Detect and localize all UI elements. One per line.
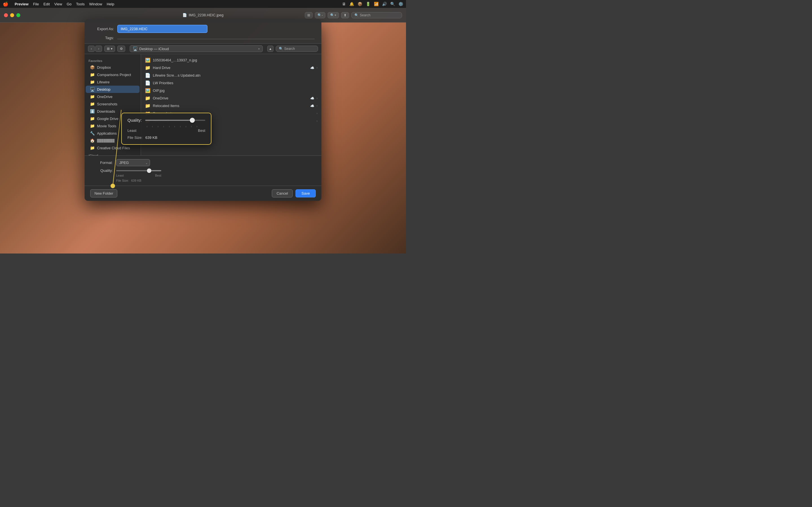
quality-row: Quality: [90, 168, 316, 173]
chevron-sketchup-icon: › [317, 119, 317, 122]
nav-search[interactable]: 🔍 Search [276, 46, 318, 52]
export-as-row: Export As: [91, 25, 315, 33]
screen-time-icon: 🖥 [342, 2, 346, 6]
nav-bar: ‹ › ⊞ ▾ ⚙ 🖥️ Desktop — iCloud ▾ ▲ 🔍 Sear… [85, 43, 321, 54]
location-picker[interactable]: 🖥️ Desktop — iCloud ▾ [130, 45, 263, 52]
buttons-row: New Folder Cancel Save [85, 186, 321, 201]
popup-filesize-label: File Size: [128, 135, 142, 140]
menu-go[interactable]: Go [66, 2, 71, 6]
dialog-header: Export As: Tags: [85, 19, 321, 43]
menu-file[interactable]: File [33, 2, 39, 6]
nav-search-placeholder: Search [284, 47, 295, 51]
quality-best-label: Best [155, 174, 161, 177]
file-item-atn[interactable]: 📄 Lifewire Scre…s Updated.atn [141, 71, 321, 79]
popup-tick-row [128, 126, 205, 127]
quality-label: Quality: [90, 168, 113, 173]
file-item-lwpriorities[interactable]: 📄 LW Priorities [141, 79, 321, 87]
filesize-label: File Size: [116, 179, 129, 182]
sidebar-item-downloads-label: Downloads [97, 109, 115, 114]
notification-icon: 🔔 [349, 2, 354, 6]
tick-2 [152, 126, 153, 127]
menu-window[interactable]: Window [89, 2, 102, 6]
view-mode-button[interactable]: ⊞ ▾ [104, 46, 115, 52]
file-item-onedrive-name: OneDrive [153, 96, 308, 100]
action-button[interactable]: ⚙ [117, 46, 125, 52]
menu-help[interactable]: Help [107, 2, 114, 6]
quality-slider[interactable] [116, 170, 161, 171]
file-item-relocated[interactable]: 📁 Relocated Items ☁️ › [141, 102, 321, 110]
location-toggle[interactable]: ▲ [267, 46, 273, 52]
file-item-oip[interactable]: 🖼️ OIP.jpg [141, 87, 321, 94]
movietools-icon: 📁 [90, 124, 95, 128]
back-button[interactable]: ‹ [88, 46, 95, 52]
quality-slider-container [116, 170, 161, 171]
search-menu-icon[interactable]: 🔍 [390, 2, 395, 6]
popup-filesize-value: 639 KB [145, 135, 157, 140]
menu-edit[interactable]: Edit [43, 2, 50, 6]
cloud-badge-hard-drive: ☁️ [310, 66, 314, 70]
format-label: Format: [90, 161, 113, 165]
sidebar-item-comparisons[interactable]: 📁 Comparisons Project [86, 71, 140, 78]
chevron-hard-drive-icon: › [317, 66, 317, 69]
tags-label: Tags: [91, 36, 114, 40]
new-folder-button[interactable]: New Folder [90, 189, 117, 198]
sidebar-item-lifewire-label: Lifewire [97, 80, 110, 84]
folder-onedrive-icon: 📁 [145, 96, 151, 101]
screenshots-icon: 📁 [90, 102, 95, 106]
sidebar-item-desktop[interactable]: 🖥️ Desktop [86, 86, 140, 93]
file-item-onedrive[interactable]: 📁 OneDrive ☁️ › [141, 94, 321, 102]
favorites-label: Favorites [85, 57, 141, 64]
sidebar-item-googledrive-label: Google Drive [97, 117, 118, 121]
dropbox-icon: 📦 [357, 2, 362, 6]
cloud-badge-relocated: ☁️ [310, 104, 314, 108]
tick-8 [186, 126, 186, 127]
quality-thumb[interactable] [147, 168, 151, 173]
sidebar-item-onedrive[interactable]: 📁 OneDrive [86, 93, 140, 100]
desktop-icon: 🖥️ [90, 87, 95, 92]
export-as-input[interactable] [117, 25, 207, 33]
dropbox-sidebar-icon: 📦 [90, 65, 95, 69]
save-button[interactable]: Save [296, 189, 316, 198]
sidebar-item-creativecloud-label: Creative Cloud Files [97, 146, 130, 150]
popup-least-label: Least [128, 128, 137, 133]
tick-6 [174, 126, 175, 127]
chevron-screenshots-icon: › [317, 112, 317, 115]
popup-quality-row: Quality: [128, 118, 205, 122]
sidebar-item-screenshots[interactable]: 📁 Screenshots [86, 100, 140, 108]
menu-tools[interactable]: Tools [76, 2, 85, 6]
file-item-oip-name: OIP.jpg [153, 89, 317, 93]
file-oip-icon: 🖼️ [145, 88, 151, 93]
sidebar-item-creativecloud[interactable]: 📁 Creative Cloud Files [86, 144, 140, 152]
apple-menu[interactable]: 🍎 [3, 1, 8, 7]
cancel-button[interactable]: Cancel [272, 189, 293, 198]
sidebar-item-lifewire[interactable]: 📁 Lifewire [86, 78, 140, 86]
tick-7 [180, 126, 181, 127]
format-select[interactable]: JPEG PNG TIFF PDF HEIC [116, 159, 150, 166]
control-center-icon[interactable]: ⚙️ [398, 2, 403, 6]
onedrive-icon: 📁 [90, 94, 95, 99]
folder-hard-drive-icon: 📁 [145, 65, 151, 70]
tags-input[interactable] [117, 37, 315, 39]
sidebar-item-dropbox-label: Dropbox [97, 65, 111, 69]
file-item-harddrive[interactable]: 📁 Hard Drive ☁️ › [141, 64, 321, 71]
forward-button[interactable]: › [95, 46, 102, 52]
popup-quality-slider[interactable] [145, 120, 205, 121]
file-item-jpg[interactable]: 🖼️ 105036464_…13937_n.jpg [141, 56, 321, 64]
file-lw-icon: 📄 [145, 80, 151, 86]
wifi-icon: 📶 [374, 2, 378, 6]
popup-quality-label: Quality: [128, 118, 142, 122]
app-name[interactable]: Preview [15, 2, 29, 6]
image-icon: 🖼️ [145, 57, 151, 63]
format-row: Format: JPEG PNG TIFF PDF HEIC [90, 159, 316, 166]
tags-row: Tags: [91, 36, 315, 40]
sidebar-item-dropbox[interactable]: 📦 Dropbox [86, 64, 140, 71]
menubar: 🍎 Preview File Edit View Go Tools Window… [0, 0, 406, 8]
menu-view[interactable]: View [54, 2, 62, 6]
sidebar-item-desktop-label: Desktop [97, 87, 110, 92]
chevron-relocated-icon: › [317, 104, 317, 107]
popup-quality-thumb[interactable] [190, 118, 195, 123]
nav-arrows: ‹ › [88, 46, 102, 52]
battery-icon: 🔋 [366, 2, 370, 6]
nav-search-icon: 🔍 [279, 47, 283, 51]
file-item-harddrive-name: Hard Drive [153, 66, 308, 70]
